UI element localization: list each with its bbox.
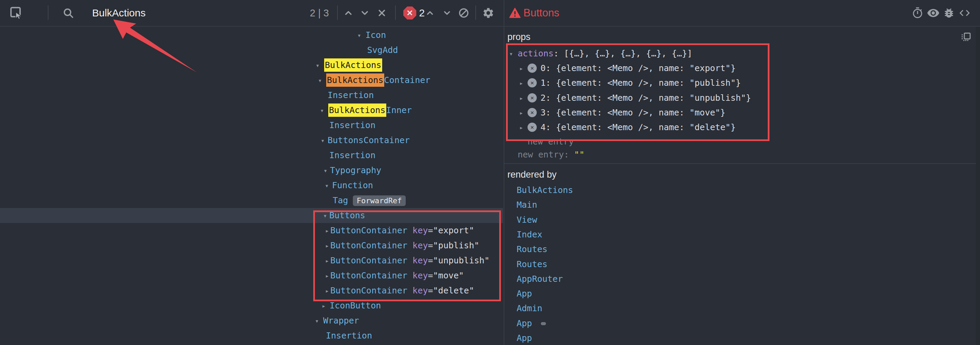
copy-icon (960, 32, 972, 43)
tree-row-buttoncontainer-move[interactable]: ▸ButtonContainer key="move" (0, 268, 503, 283)
tree-row-svgadd[interactable]: SvgAdd (0, 43, 503, 58)
toolbar: BulkActions 2 | 3 ✕ 2 (0, 0, 980, 27)
collapse-arrow-icon[interactable]: ▾ (509, 46, 513, 61)
owner-name: AppRouter (517, 272, 563, 287)
tree-row-label: ButtonContainer key="delete" (330, 283, 474, 298)
tree-row-insertion-2[interactable]: Insertion (0, 118, 503, 133)
tree-row-label: Insertion (326, 328, 372, 343)
collapse-arrow-icon[interactable]: ▾ (320, 103, 324, 118)
tree-row-buttoncontainer-delete[interactable]: ▸ButtonContainer key="delete" (0, 283, 503, 298)
tree-row-function[interactable]: ▾Function (0, 178, 503, 193)
next-result-button[interactable] (357, 0, 372, 26)
collapse-arrow-icon[interactable]: ▾ (318, 73, 322, 88)
tree-row-wrapper[interactable]: ▾Wrapper (0, 313, 503, 328)
view-source-button[interactable] (957, 0, 972, 26)
expand-arrow-icon[interactable]: ▸ (325, 253, 329, 268)
tree-row-typography[interactable]: ▾Typography (0, 163, 503, 178)
expand-arrow-icon[interactable]: ▸ (325, 283, 329, 298)
expand-arrow-icon[interactable]: ▸ (519, 120, 523, 135)
expand-arrow-icon[interactable]: ▸ (519, 75, 523, 91)
expand-arrow-icon[interactable]: ▸ (325, 268, 329, 283)
tree-row-label: BulkActions (324, 58, 382, 73)
tree-row-buttoncontainer-unpublish[interactable]: ▸ButtonContainer key="unpublish" (0, 253, 503, 268)
owner-name: Main (517, 197, 537, 212)
expand-arrow-icon[interactable]: ▸ (519, 61, 523, 76)
react-devtools-window: BulkActions 2 | 3 ✕ 2 (0, 0, 980, 345)
tree-row-buttons-container[interactable]: ▾ButtonsContainer (0, 133, 503, 148)
expand-arrow-icon[interactable]: ▸ (519, 91, 523, 105)
collapse-arrow-icon[interactable]: ▾ (323, 208, 327, 223)
section-divider (504, 163, 980, 164)
tree-row-bulkactions-inner[interactable]: ▾BulkActionsInner (0, 103, 503, 118)
collapse-arrow-icon[interactable]: ▾ (315, 313, 319, 328)
panel-divider[interactable] (504, 0, 504, 345)
collapse-arrow-icon[interactable]: ▾ (321, 133, 325, 148)
tree-label-part: ButtonContainer (330, 270, 407, 280)
suspend-component-button[interactable] (910, 0, 925, 26)
eye-icon (927, 6, 940, 19)
tree-row-icon[interactable]: ▾Icon (0, 28, 503, 43)
tree-row-bulkactions-container[interactable]: ▾BulkActionsContainer (0, 73, 503, 88)
collapse-arrow-icon[interactable]: ▾ (357, 28, 361, 43)
tree-row-label: Wrapper (323, 313, 359, 328)
tree-row-label: BulkActionsContainer (326, 73, 430, 88)
tree-row-buttoncontainer-export[interactable]: ▸ButtonContainer key="export" (0, 223, 503, 238)
delete-entry-icon[interactable]: ✕ (528, 123, 537, 132)
new-entry-label: new entry: "" (518, 147, 584, 162)
collapse-arrow-icon[interactable]: ▾ (325, 178, 329, 193)
next-error-button[interactable] (439, 0, 455, 26)
clear-search-button[interactable] (374, 0, 390, 26)
expand-arrow-icon[interactable]: ▸ (325, 238, 329, 253)
prop-array-item-text: 4: {element: <Memo />, name: "delete"} (541, 120, 736, 135)
new-entry-value-input[interactable]: "" (574, 150, 584, 160)
expand-arrow-icon[interactable]: ▸ (519, 105, 523, 120)
tree-row-buttoncontainer-publish[interactable]: ▸ButtonContainer key="publish" (0, 238, 503, 253)
tree-label-part (407, 241, 412, 251)
delete-entry-icon[interactable]: ✕ (528, 108, 537, 117)
previous-error-button[interactable] (422, 0, 438, 26)
tree-row-label: Insertion (329, 148, 375, 163)
prop-array-item-text: 0: {element: <Memo />, name: "export"} (541, 61, 736, 76)
toolbar-divider (475, 5, 476, 20)
tree-row-label: Icon (366, 28, 386, 43)
log-to-console-button[interactable] (941, 0, 957, 26)
tree-row-insertion-1[interactable]: Insertion (0, 88, 503, 103)
element-picker-icon (10, 6, 23, 20)
tree-label-part: key (412, 286, 428, 295)
prop-key: actions: [{…}, {…}, {…}, {…}, {…}] (518, 46, 692, 61)
owner-name: App (517, 316, 532, 331)
tree-label-part: SvgAdd (367, 45, 398, 55)
tree-row-label: Buttons (329, 208, 365, 223)
tree-label-part: key (412, 270, 428, 280)
delete-entry-icon[interactable]: ✕ (528, 78, 537, 88)
tree-row-label: ButtonContainer key="move" (330, 268, 464, 283)
collapse-arrow-icon[interactable]: ▾ (323, 163, 327, 178)
tree-label-part: ="publish" (428, 241, 479, 251)
clear-errors-button[interactable] (456, 0, 472, 26)
owner-name: App (517, 331, 532, 345)
element-picker-button[interactable] (8, 0, 25, 26)
previous-result-button[interactable] (340, 0, 356, 26)
expand-arrow-icon[interactable]: ▸ (322, 298, 326, 313)
collapse-arrow-icon[interactable]: ▾ (316, 58, 320, 73)
tree-row-label: Function (332, 178, 373, 193)
tree-row-iconbutton[interactable]: ▸IconButton (0, 298, 503, 313)
search-input[interactable]: BulkActions (92, 0, 146, 26)
copy-props-button[interactable] (958, 29, 974, 45)
props-section-heading: props (508, 32, 531, 42)
tree-row-label: ButtonContainer key="unpublish" (330, 253, 490, 268)
tree-row-bulkactions[interactable]: ▾BulkActions (0, 58, 503, 73)
expand-arrow-icon[interactable]: ▸ (325, 223, 329, 238)
delete-entry-icon[interactable]: ✕ (528, 64, 537, 73)
tree-row-insertion-4[interactable]: Insertion (0, 328, 503, 343)
scrollbar-track[interactable] (976, 27, 980, 345)
tree-row-insertion-3[interactable]: Insertion (0, 148, 503, 163)
stopwatch-icon (912, 7, 924, 19)
delete-entry-icon[interactable]: ✕ (528, 93, 537, 102)
inspect-dom-button[interactable] (925, 0, 941, 26)
prop-array-item-text: 3: {element: <Memo />, name: "move"} (541, 105, 725, 120)
tree-row-buttons[interactable]: ▾Buttons (0, 208, 503, 223)
settings-button[interactable] (480, 0, 496, 26)
tree-row-tag[interactable]: TagForwardRef (0, 193, 503, 208)
tree-row-label: BulkActionsInner (328, 103, 412, 118)
